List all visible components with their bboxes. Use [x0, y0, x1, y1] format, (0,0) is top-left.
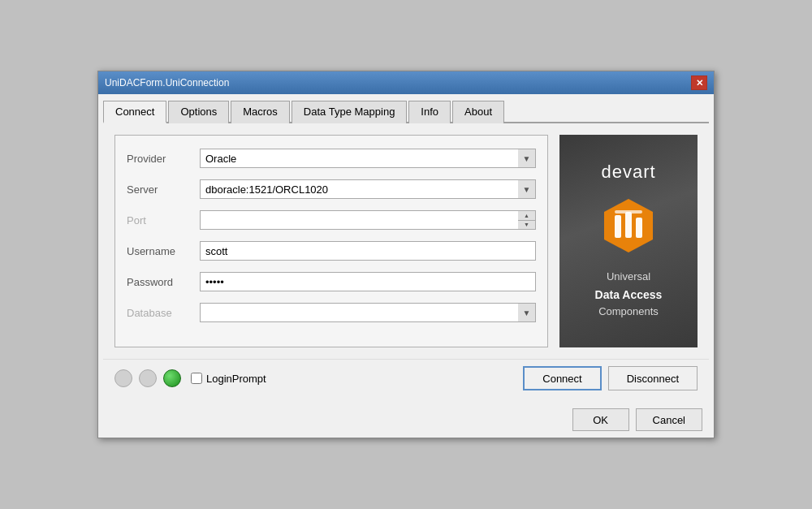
tab-content-connect: Provider Oracle ▼ Server dboracle:1521/O…: [103, 123, 709, 359]
password-row: Password: [127, 272, 536, 291]
form-area: Provider Oracle ▼ Server dboracle:1521/O…: [114, 135, 548, 347]
provider-select[interactable]: Oracle: [200, 149, 536, 168]
tab-info[interactable]: Info: [408, 101, 451, 123]
footer-bar: OK Cancel: [98, 402, 714, 438]
login-prompt-label[interactable]: LoginPrompt: [206, 373, 266, 385]
port-spin-up[interactable]: ▲: [518, 211, 535, 221]
indicator-1: [114, 369, 132, 387]
provider-row: Provider Oracle ▼: [127, 149, 536, 168]
sidebar-banner: devart Universal Data Access Components: [559, 135, 698, 347]
provider-dropdown-arrow[interactable]: ▼: [518, 149, 536, 168]
ok-button[interactable]: OK: [572, 408, 629, 431]
password-input[interactable]: [200, 272, 536, 291]
login-prompt-checkbox[interactable]: [191, 373, 202, 384]
bottom-bar: LoginPrompt Connect Disconnect: [103, 359, 709, 397]
username-label: Username: [127, 245, 200, 257]
connect-button[interactable]: Connect: [523, 366, 601, 390]
title-bar: UniDACForm.UniConnection ✕: [98, 71, 714, 94]
database-select[interactable]: [200, 303, 536, 322]
svg-rect-2: [625, 212, 632, 238]
devart-subtitle: Universal Data Access Components: [595, 269, 663, 321]
server-select-wrapper: dboracle:1521/ORCL1020 ▼: [200, 179, 536, 199]
indicator-3-active: [163, 369, 181, 387]
tab-about[interactable]: About: [452, 101, 504, 123]
devart-icon: [600, 197, 657, 254]
port-row: Port ▲ ▼: [127, 210, 536, 230]
indicator-2: [139, 369, 157, 387]
username-row: Username: [127, 241, 536, 261]
cancel-button[interactable]: Cancel: [636, 408, 702, 431]
login-prompt-row: LoginPrompt: [191, 373, 266, 385]
main-window: UniDACForm.UniConnection ✕ Connect Optio…: [97, 71, 715, 438]
tab-connect[interactable]: Connect: [103, 101, 166, 123]
username-input[interactable]: [200, 241, 536, 261]
disconnect-button[interactable]: Disconnect: [608, 366, 698, 390]
server-label: Server: [127, 183, 200, 196]
provider-label: Provider: [127, 153, 200, 165]
tab-options[interactable]: Options: [168, 101, 229, 123]
window-title: UniDACForm.UniConnection: [105, 77, 229, 88]
devart-brand: devart: [601, 162, 655, 183]
tab-macros[interactable]: Macros: [231, 101, 290, 123]
server-row: Server dboracle:1521/ORCL1020 ▼: [127, 179, 536, 199]
database-select-wrapper: ▼: [200, 303, 536, 322]
svg-rect-1: [615, 215, 621, 238]
port-spin-down[interactable]: ▼: [518, 221, 535, 230]
server-dropdown-arrow[interactable]: ▼: [518, 179, 536, 199]
server-select[interactable]: dboracle:1521/ORCL1020: [200, 179, 536, 199]
svg-rect-4: [615, 210, 642, 214]
tab-data-type-mapping[interactable]: Data Type Mapping: [292, 101, 408, 123]
svg-rect-3: [636, 218, 642, 238]
tab-bar: Connect Options Macros Data Type Mapping…: [103, 99, 709, 123]
port-input-wrapper: ▲ ▼: [200, 210, 536, 230]
database-label: Database: [127, 307, 200, 319]
password-label: Password: [127, 276, 200, 288]
database-row: Database ▼: [127, 303, 536, 322]
port-input[interactable]: [200, 210, 536, 230]
database-dropdown-arrow[interactable]: ▼: [518, 303, 536, 322]
provider-select-wrapper: Oracle ▼: [200, 149, 536, 168]
port-label: Port: [127, 214, 200, 226]
close-button[interactable]: ✕: [691, 75, 707, 90]
window-body: Connect Options Macros Data Type Mapping…: [98, 94, 714, 402]
port-spinner[interactable]: ▲ ▼: [518, 210, 536, 230]
